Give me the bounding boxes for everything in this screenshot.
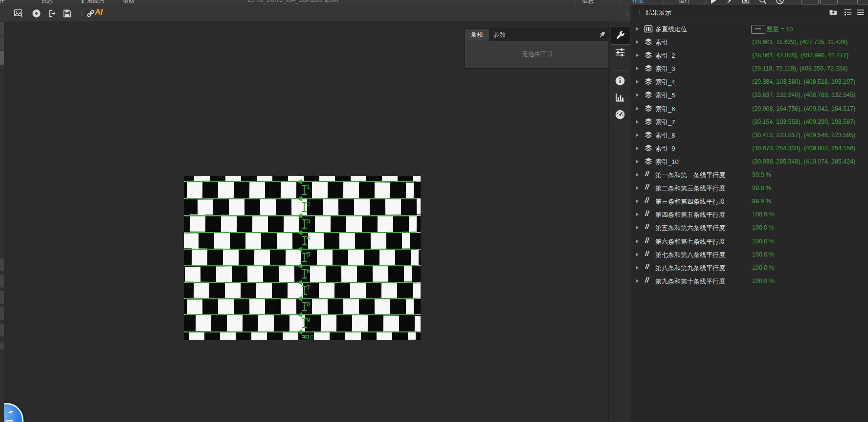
expand-arrow-icon[interactable] xyxy=(636,146,639,150)
multiline-tool-icon xyxy=(644,24,653,33)
collapsed-panel-tab[interactable] xyxy=(0,36,4,50)
collapsed-panel-tab[interactable] xyxy=(0,291,4,304)
result-row[interactable]: //第九条和第十条线平行度100.0 % xyxy=(631,275,868,288)
toolbar-drag-handle[interactable]: ⋮ xyxy=(5,8,11,18)
result-row[interactable]: 索引_6(29.908, 164.756), (409.042, 164.517… xyxy=(631,102,868,116)
expand-arrow-icon[interactable] xyxy=(636,239,639,243)
tab-general[interactable]: 常规 xyxy=(465,29,489,41)
image-source-button[interactable] xyxy=(12,7,25,20)
tab-run[interactable]: 运行 xyxy=(679,0,690,5)
result-name: 索引_3 xyxy=(655,65,675,73)
expand-arrow-icon[interactable] xyxy=(636,199,639,203)
expand-arrow-icon[interactable] xyxy=(636,133,639,137)
result-row[interactable]: 索引_2(28.861, 42.078), (407.990, 41.277) xyxy=(631,49,868,62)
tab-params[interactable]: 参数 xyxy=(488,29,512,41)
tab-job[interactable]: 作业 xyxy=(632,0,644,5)
result-value: (30.154, 193.553), (409.290, 193.587) xyxy=(752,118,855,125)
result-row[interactable]: //第四条和第五条线平行度100.0 % xyxy=(631,208,868,221)
collapsed-panel-tab[interactable] xyxy=(0,51,4,65)
toggle-button-1[interactable] xyxy=(801,0,819,4)
expand-arrow-icon[interactable] xyxy=(636,160,639,164)
sliders-icon[interactable] xyxy=(614,47,626,58)
expand-arrow-icon[interactable] xyxy=(636,279,639,283)
menu-item-extensions[interactable]: 扩展应用 xyxy=(81,0,105,5)
result-value: 100.0 % xyxy=(752,224,775,231)
expand-arrow-icon[interactable] xyxy=(636,226,639,230)
checkerboard-image[interactable]: 12345678910 xyxy=(184,176,421,340)
result-row[interactable]: 索引_4(29.384, 103.360), (408.518, 103.197… xyxy=(631,75,868,89)
measure-tick-segment xyxy=(304,202,305,212)
image-canvas[interactable]: 常规 参数 无选中工具 12345678910 xyxy=(4,22,608,422)
collapsed-panel-tab[interactable] xyxy=(0,22,4,35)
run-play-icon[interactable] xyxy=(709,0,718,5)
info-icon[interactable] xyxy=(614,75,626,87)
expand-arrow-icon[interactable] xyxy=(636,40,639,44)
result-name: 索引_2 xyxy=(655,51,675,60)
tab-info[interactable]: 信息 xyxy=(582,0,594,5)
line-arrow-marker xyxy=(297,312,302,317)
histogram-icon[interactable] xyxy=(614,92,626,103)
result-row[interactable]: 索引_8(30.412, 223.817), (409.546, 223.595… xyxy=(631,129,868,142)
list-menu-icon[interactable] xyxy=(856,8,865,17)
collapsed-panel-tab[interactable] xyxy=(0,275,4,287)
toggle-button-3[interactable] xyxy=(857,0,868,4)
result-row[interactable]: //第一条和第二条线平行度99.9 % xyxy=(631,168,868,182)
result-row[interactable]: //第五条和第六条线平行度100.0 % xyxy=(631,221,868,234)
toggle-button-2[interactable] xyxy=(820,0,838,4)
expand-arrow-icon[interactable] xyxy=(636,80,639,84)
result-row[interactable]: //第六条和第七条线平行度100.0 % xyxy=(631,235,868,248)
expand-arrow-icon[interactable] xyxy=(636,67,639,70)
expand-arrow-icon[interactable] xyxy=(636,120,639,124)
pin-icon[interactable] xyxy=(598,30,606,39)
wrench-tool-icon[interactable] xyxy=(611,26,630,45)
expand-arrow-icon[interactable] xyxy=(636,53,639,57)
tree-view-icon[interactable] xyxy=(844,8,852,17)
collapsed-panel-tab[interactable] xyxy=(0,324,4,336)
search-icon[interactable] xyxy=(758,0,767,5)
expand-arrow-icon[interactable] xyxy=(636,212,639,216)
disable-icon[interactable] xyxy=(776,0,784,5)
expand-arrow-icon[interactable] xyxy=(636,27,639,31)
result-row[interactable]: 索引_5(29.637, 132.940), (408.769, 132.545… xyxy=(631,89,868,102)
result-row[interactable]: 索引_7(30.154, 193.553), (409.290, 193.587… xyxy=(631,116,868,129)
results-drag-handle[interactable]: ⋮ xyxy=(636,8,643,15)
result-row[interactable]: 索引(28.601, 11.629), (407.735, 11.426) xyxy=(631,36,868,49)
expand-arrow-icon[interactable] xyxy=(636,93,639,97)
tab-divider xyxy=(705,0,706,5)
menu-item-log[interactable]: 日志 xyxy=(41,0,53,5)
expand-arrow-icon[interactable] xyxy=(636,266,639,270)
measure-tick-cap xyxy=(302,261,307,262)
gauge-icon[interactable] xyxy=(614,109,626,120)
save-icon[interactable] xyxy=(61,7,73,20)
ai-assistant-button[interactable] xyxy=(4,403,23,422)
settings-gear-icon[interactable] xyxy=(30,7,43,20)
result-row[interactable]: //第二条和第三条线平行度99.8 % xyxy=(631,182,868,195)
edit-pen-icon[interactable] xyxy=(725,0,734,5)
result-row[interactable]: 索引_10(30.938, 285.348), (410.074, 285.42… xyxy=(631,155,868,168)
collapsed-panel-tab[interactable] xyxy=(0,258,4,271)
expand-arrow-icon[interactable] xyxy=(636,173,639,177)
collapsed-panel-tab[interactable] xyxy=(0,307,4,320)
menu-item-file[interactable]: 文件 xyxy=(0,0,5,5)
export-icon[interactable] xyxy=(45,7,58,20)
toolbar-right-handle[interactable]: ⋮ xyxy=(624,8,630,18)
expand-arrow-icon[interactable] xyxy=(636,186,639,190)
result-row[interactable]: 索引_9(30.673, 254.333), (409.807, 254.156… xyxy=(631,142,868,155)
left-collapsed-strip xyxy=(0,22,4,422)
result-row[interactable]: //第三条和第四条线平行度99.9 % xyxy=(631,195,868,208)
ai-label[interactable]: AI xyxy=(95,8,103,17)
checker-row xyxy=(184,298,421,315)
result-row[interactable]: //第七条和第八条线平行度100.0 % xyxy=(631,248,868,261)
collapsed-panel-tab[interactable] xyxy=(0,343,4,350)
result-row[interactable]: //第八条和第九条线平行度100.0 % xyxy=(631,261,868,275)
result-row-tool[interactable]: 多直线定位•••数量 = 10 xyxy=(631,23,868,36)
result-row[interactable]: 索引_3(29.118, 72.118), (408.255, 72.324) xyxy=(631,62,868,75)
expand-arrow-icon[interactable] xyxy=(636,253,639,257)
folder-plus-icon[interactable] xyxy=(829,8,838,17)
checker-row xyxy=(184,281,421,299)
expand-arrow-icon[interactable] xyxy=(636,107,639,111)
camera-icon[interactable] xyxy=(741,0,750,5)
measure-tick-cap xyxy=(302,228,307,229)
more-options-button[interactable]: ••• xyxy=(751,25,765,34)
menu-item-help[interactable]: 帮助 xyxy=(123,0,134,5)
